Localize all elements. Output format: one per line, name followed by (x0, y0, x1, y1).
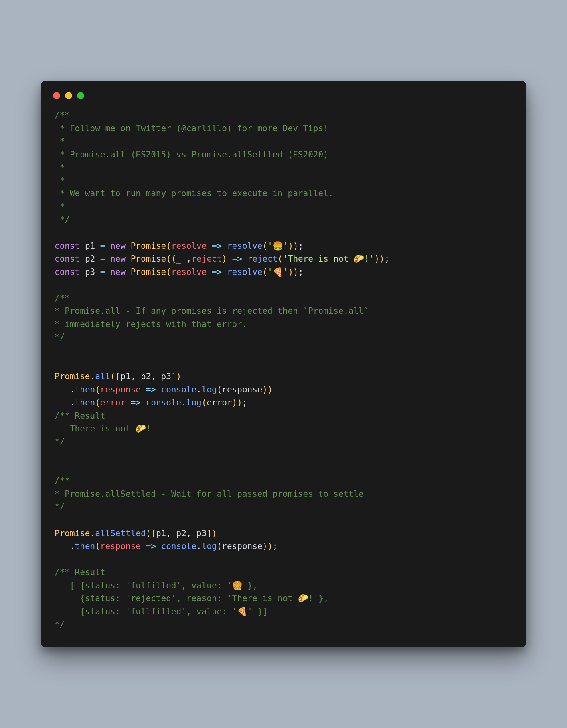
class-promise: Promise (131, 267, 166, 277)
ident-p1: p1 (120, 372, 130, 381)
param-underscore: _ (176, 254, 182, 264)
ident-response: response (222, 541, 262, 551)
comment-line: /** Result (55, 567, 105, 577)
op-arrow: => (207, 267, 227, 277)
prop-then: then (75, 541, 95, 551)
ident-p3: p3 (196, 529, 207, 538)
class-promise: Promise (131, 241, 166, 251)
indent (55, 541, 70, 551)
keyword-const: const (55, 241, 80, 251)
comment-line: {status: 'rejected', reason: 'There is n… (55, 594, 328, 603)
dot: . (70, 385, 75, 395)
param-reject: reject (191, 254, 222, 264)
prop-allsettled: allSettled (95, 529, 146, 538)
op-eq: = (95, 254, 110, 264)
paren: ( (262, 267, 267, 277)
dot: . (196, 541, 202, 551)
indent (55, 398, 70, 407)
comment-line: /** Result (55, 411, 105, 421)
paren: ( (166, 267, 171, 277)
op-eq: = (95, 241, 110, 251)
maximize-icon[interactable] (77, 92, 84, 99)
string-burger: '🍔' (267, 241, 288, 251)
paren: ( (95, 398, 100, 407)
paren: ) (293, 241, 298, 251)
traffic-lights (41, 92, 526, 109)
paren: ) (374, 254, 379, 264)
comment-line: * (55, 202, 65, 211)
comment-line: * (55, 163, 65, 172)
comment-line: /** (55, 293, 70, 303)
call-reject: reject (247, 254, 278, 264)
comment-line: * We want to run many promises to execut… (55, 189, 333, 198)
bracket: [ (115, 372, 121, 381)
op-arrow: => (126, 398, 146, 407)
param-error: error (100, 398, 126, 407)
param-resolve: resolve (171, 267, 207, 277)
obj-console: console (146, 398, 182, 407)
param-response: response (100, 541, 141, 551)
comment-line: */ (55, 502, 65, 512)
bracket: [ (151, 529, 156, 538)
var-p1: p1 (85, 241, 95, 251)
paren: ( (95, 385, 100, 395)
obj-console: console (161, 385, 197, 395)
comma: , (131, 372, 141, 381)
paren: ) (176, 372, 182, 381)
keyword-new: new (110, 267, 126, 277)
semicolon: ; (298, 241, 304, 251)
minimize-icon[interactable] (65, 92, 72, 99)
op-eq: = (95, 267, 110, 277)
paren: ( (110, 372, 115, 381)
paren: ) (288, 241, 293, 251)
class-promise: Promise (55, 529, 90, 538)
paren: ( (166, 254, 171, 264)
string-taco: 'There is not 🌮!' (283, 254, 374, 264)
ident-p3: p3 (161, 372, 171, 381)
paren: ) (288, 267, 293, 277)
paren: ) (237, 398, 242, 407)
semicolon: ; (385, 254, 390, 264)
dot: . (90, 372, 95, 381)
paren: ) (212, 529, 217, 538)
paren: ( (277, 254, 283, 264)
class-promise: Promise (131, 254, 166, 264)
paren: ( (202, 398, 207, 407)
ident-p2: p2 (176, 529, 186, 538)
keyword-new: new (110, 254, 126, 264)
class-promise: Promise (55, 372, 90, 381)
param-response: response (100, 385, 141, 395)
semicolon: ; (298, 267, 304, 277)
comment-line: * Promise.all - If any promises is rejec… (55, 306, 369, 316)
comment-line: * Promise.all (ES2015) vs Promise.allSet… (55, 150, 328, 159)
ident-p1: p1 (156, 529, 166, 538)
op-arrow: => (227, 254, 247, 264)
param-resolve: resolve (171, 241, 207, 251)
paren: ( (146, 529, 151, 538)
indent (55, 385, 70, 395)
keyword-const: const (55, 267, 80, 277)
dot: . (90, 529, 95, 538)
prop-log: log (202, 541, 217, 551)
comment-line: * (55, 136, 65, 146)
keyword-new: new (110, 241, 126, 251)
paren: ) (222, 254, 227, 264)
comment-line: */ (55, 437, 65, 447)
comment-line: There is not 🌮! (55, 424, 151, 433)
comment-line: {status: 'fullfilled', value: '🍕' }] (55, 607, 268, 616)
keyword-const: const (55, 254, 80, 264)
prop-log: log (186, 398, 202, 407)
close-icon[interactable] (53, 92, 60, 99)
dot: . (196, 385, 202, 395)
paren: ) (262, 385, 267, 395)
comment-line: /** (55, 476, 70, 486)
paren: ( (217, 385, 222, 395)
op-arrow: => (141, 541, 161, 551)
semicolon: ; (242, 398, 247, 407)
paren: ) (293, 267, 298, 277)
paren: ) (379, 254, 385, 264)
prop-log: log (202, 385, 217, 395)
ident-response: response (222, 385, 262, 395)
var-p3: p3 (85, 267, 95, 277)
comment-line: */ (55, 332, 65, 342)
